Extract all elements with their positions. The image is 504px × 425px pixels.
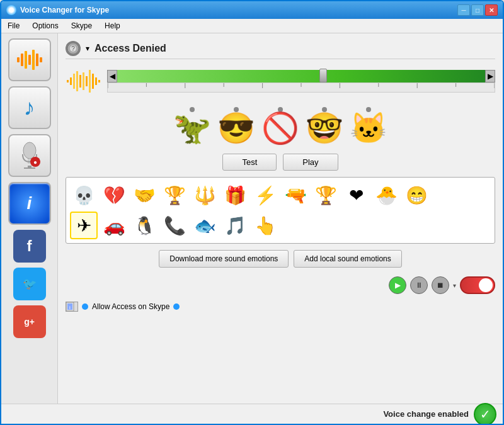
- music-wave-icon: [16, 46, 43, 74]
- emotion-lightning[interactable]: ⚡: [251, 181, 279, 209]
- test-button[interactable]: Test: [222, 154, 277, 171]
- menu-bar: File Options Skype Help: [1, 19, 503, 33]
- svg-rect-5: [36, 54, 38, 66]
- slider-left-arrow[interactable]: ◀: [107, 70, 117, 82]
- emotion-grin[interactable]: 😁: [403, 181, 430, 209]
- slider-right-arrow[interactable]: ▶: [485, 70, 495, 82]
- emotion-plane[interactable]: ✈: [70, 212, 98, 239]
- menu-skype[interactable]: Skype: [69, 20, 94, 31]
- emotion-gun[interactable]: 🔫: [282, 181, 309, 209]
- music-button[interactable]: [8, 38, 51, 81]
- svg-text:●: ●: [33, 159, 37, 166]
- playback-play-button[interactable]: ▶: [389, 276, 406, 294]
- svg-rect-10: [24, 167, 35, 169]
- title-bar: Voice Changer for Skype ─ □ ✕: [1, 1, 503, 19]
- morph-characters-row: 🦖 😎 🚫 🤓 🐱: [66, 103, 495, 147]
- morph-face1[interactable]: 😎: [217, 107, 255, 144]
- emotion-skull[interactable]: 💀: [70, 181, 98, 209]
- info-button[interactable]: i: [8, 182, 51, 225]
- play-button[interactable]: Play: [283, 154, 338, 171]
- playback-stop-button[interactable]: ⏹: [432, 276, 449, 294]
- blocked-emoji: 🚫: [261, 113, 299, 144]
- slider-track[interactable]: [117, 70, 485, 82]
- emotion-trophy1[interactable]: 🏆: [161, 181, 188, 209]
- svg-rect-9: [28, 166, 32, 167]
- maximize-button[interactable]: □: [471, 4, 484, 16]
- twitter-button[interactable]: 🐦: [13, 268, 46, 300]
- waveform-row: ◀ ▶: [66, 65, 495, 97]
- emotion-broken-heart[interactable]: 💔: [100, 181, 128, 209]
- emotion-trident[interactable]: 🔱: [191, 181, 219, 209]
- close-button[interactable]: ✕: [485, 4, 498, 16]
- toggle-knob: [479, 278, 493, 292]
- test-play-row: Test Play: [66, 154, 495, 171]
- svg-rect-23: [89, 70, 91, 93]
- blue-dot-icon: [82, 303, 88, 310]
- emotion-gift[interactable]: 🎁: [221, 181, 249, 209]
- header-dropdown-arrow[interactable]: ▾: [86, 44, 89, 53]
- action-buttons-row: Download more sound emotions Add local s…: [66, 250, 495, 268]
- emotion-handshake[interactable]: 🤝: [130, 181, 158, 209]
- emotions-row-2: ✈ 🚗 🐧 📞 🐟 🎵 👆: [70, 212, 491, 239]
- slider-thumb[interactable]: [319, 69, 327, 82]
- svg-rect-0: [17, 57, 20, 62]
- voice-change-label: Voice change enabled: [383, 409, 469, 419]
- title-bar-left: Voice Changer for Skype: [6, 5, 109, 15]
- voice-toggle[interactable]: [460, 276, 495, 294]
- emotion-chick[interactable]: 🐣: [372, 181, 400, 209]
- emotion-car[interactable]: 🚗: [100, 212, 128, 239]
- main-window: Voice Changer for Skype ─ □ ✕ File Optio…: [0, 0, 504, 425]
- menu-help[interactable]: Help: [102, 20, 123, 31]
- playback-pause-button[interactable]: ⏸: [410, 276, 428, 294]
- window-controls: ─ □ ✕: [457, 4, 498, 16]
- emotion-music[interactable]: 🎵: [221, 212, 249, 239]
- svg-rect-24: [92, 74, 94, 89]
- svg-rect-21: [83, 72, 84, 90]
- pitch-ruler: [107, 82, 495, 93]
- emotion-heart[interactable]: ❤: [342, 181, 370, 209]
- access-denied-title: Access Denied: [94, 43, 166, 54]
- mic-icon: ●: [18, 142, 42, 169]
- googleplus-button[interactable]: g+: [13, 305, 46, 338]
- morph-face2[interactable]: 🤓: [306, 107, 343, 144]
- svg-text:i: i: [69, 305, 71, 310]
- emotion-phone[interactable]: 📞: [161, 212, 188, 239]
- face1-emoji: 😎: [217, 113, 255, 144]
- morph-blocked[interactable]: 🚫: [261, 107, 299, 144]
- svg-rect-22: [86, 76, 88, 86]
- emotion-point[interactable]: 👆: [251, 212, 279, 239]
- emotion-penguin[interactable]: 🐧: [130, 212, 158, 239]
- svg-point-7: [23, 142, 36, 159]
- svg-rect-25: [95, 77, 97, 85]
- emotion-trophy2[interactable]: 🏆: [312, 181, 340, 209]
- waveform-icon: [66, 65, 103, 97]
- checkmark-icon: ✓: [480, 407, 491, 422]
- download-emotions-button[interactable]: Download more sound emotions: [159, 250, 289, 268]
- blue-dot-icon2: [173, 303, 180, 310]
- access-denied-icon: ?: [66, 41, 81, 56]
- slider-wrapper: ◀ ▶: [107, 70, 495, 82]
- status-bar: Voice change enabled ✓: [1, 404, 503, 424]
- add-local-button[interactable]: Add local sound emotions: [294, 250, 401, 268]
- voice-enabled-button[interactable]: ✓: [474, 403, 496, 426]
- svg-rect-6: [40, 57, 42, 62]
- morph-dragon[interactable]: 🦖: [173, 107, 211, 144]
- minimize-button[interactable]: ─: [457, 4, 470, 16]
- effects-button[interactable]: ♪: [8, 86, 51, 129]
- svg-rect-17: [70, 77, 72, 85]
- morph-cat[interactable]: 🐱: [350, 107, 387, 144]
- playback-row: ▶ ⏸ ⏹ ▾: [66, 274, 495, 297]
- facebook-button[interactable]: f: [13, 230, 46, 263]
- allow-access-row: i Allow Access on Skype: [66, 300, 495, 313]
- sound-emotions-grid: 💀 💔 🤝 🏆 🔱 🎁 ⚡ 🔫 🏆 ❤ 🐣 😁 ✈ 🚗 🐧: [66, 177, 495, 244]
- emotion-fish[interactable]: 🐟: [191, 212, 219, 239]
- mic-button[interactable]: ●: [8, 134, 51, 177]
- menu-options[interactable]: Options: [30, 20, 60, 31]
- dragon-emoji: 🦖: [173, 113, 211, 144]
- emotions-row-1: 💀 💔 🤝 🏆 🔱 🎁 ⚡ 🔫 🏆 ❤ 🐣 😁: [70, 181, 491, 209]
- playback-dropdown-arrow[interactable]: ▾: [453, 282, 456, 289]
- menu-file[interactable]: File: [5, 20, 22, 31]
- pitch-slider-container: ◀ ▶: [107, 70, 495, 93]
- svg-rect-16: [67, 80, 69, 82]
- face2-emoji: 🤓: [306, 113, 343, 144]
